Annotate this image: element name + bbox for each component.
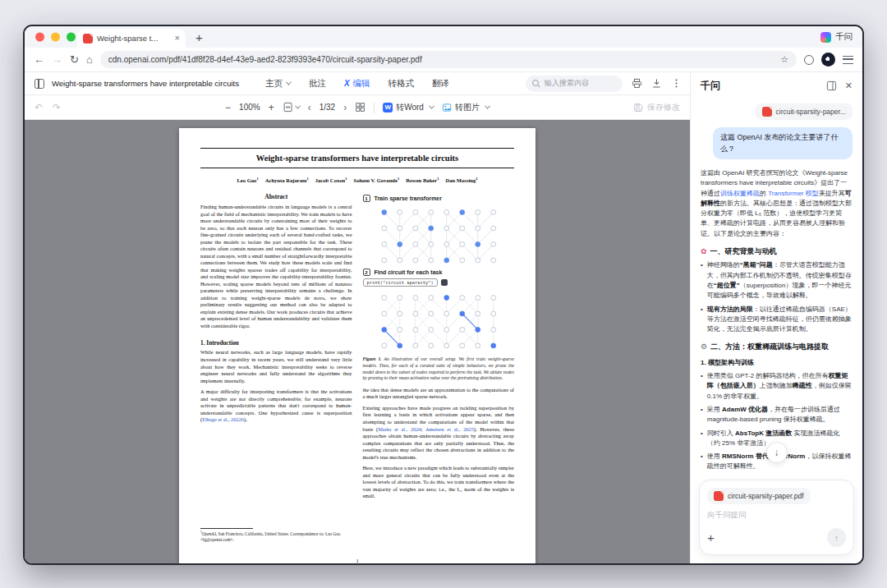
- save-icon: [633, 103, 643, 113]
- send-button[interactable]: ↑: [827, 528, 846, 547]
- word-icon: W: [383, 103, 393, 113]
- viewer-tab-annotate[interactable]: 批注: [309, 78, 326, 90]
- viewer-tools-center: − 100% + ‹ 1/32 ›: [225, 102, 489, 113]
- pdf-page: Weight-sparse transformers have interpre…: [179, 128, 535, 563]
- chevron-down-icon: [295, 103, 301, 109]
- chevron-down-icon: [485, 103, 490, 109]
- chat-input-placeholder[interactable]: 向千问提问: [707, 510, 846, 521]
- author-name: Dan Mossing1: [445, 177, 477, 183]
- download-icon[interactable]: [651, 78, 662, 89]
- introduction-paragraph: A major difficulty for interpreting tran…: [200, 388, 352, 424]
- user-message-bubble: 这篇 OpenAI 发布的论文主要讲了什么？: [713, 127, 853, 159]
- url-text[interactable]: cdn.openai.com/pdf/41df8f28-d4ef-43e9-ae…: [108, 55, 774, 64]
- chat-input-card[interactable]: circuit-sparsity-paper.pdf 向千问提问 + ↑: [699, 480, 854, 555]
- step-2-label: Find circuit for each task: [375, 269, 443, 275]
- quoted-document-chip[interactable]: circuit-sparsity-paper...: [756, 103, 853, 120]
- new-tab-button[interactable]: +: [195, 30, 203, 44]
- redo-icon[interactable]: ↷: [53, 102, 61, 113]
- zoom-out-button[interactable]: −: [225, 102, 231, 113]
- chevron-down-icon: [429, 103, 434, 109]
- assistant-response: 这篇由 OpenAI 研究者撰写的论文《Weight-sparse transf…: [701, 168, 853, 473]
- introduction-paragraph: While neural networks, such as large lan…: [200, 349, 352, 384]
- back-icon[interactable]: ←: [34, 54, 44, 65]
- menu-icon[interactable]: [843, 56, 853, 64]
- browser-tab[interactable]: Weight-sparse t... ×: [77, 29, 186, 48]
- figure-network-diagram-circuit: [363, 290, 515, 352]
- window-close-button[interactable]: [35, 33, 44, 42]
- search-input[interactable]: 输入搜索内容: [526, 76, 623, 92]
- figure-caption: Figure 1. An illustration of our overall…: [363, 356, 515, 382]
- viewer-tab-home[interactable]: 主页: [265, 78, 291, 90]
- convert-to-word-button[interactable]: W 转Word: [383, 102, 434, 113]
- fit-page-icon: [283, 102, 293, 113]
- more-icon[interactable]: [671, 78, 682, 89]
- divider: [374, 102, 375, 113]
- open-sidebar-icon[interactable]: [826, 80, 837, 91]
- convert-to-image-button[interactable]: 转图片: [442, 102, 489, 113]
- search-icon: [532, 80, 540, 88]
- assistant-panel: 千问 ✕ circuit-sparsity-paper... 这篇: [690, 72, 862, 563]
- viewer-tab-edit-label: 编辑: [353, 78, 370, 90]
- extensions-icon[interactable]: [804, 55, 814, 65]
- previous-page-button[interactable]: ‹: [308, 102, 311, 113]
- browser-brand[interactable]: 千问: [820, 31, 853, 43]
- figure-prompt-chip: print("circuit sparsity"): [363, 278, 438, 287]
- paper-footnote: 1OpenAI, San Francisco, California, Unit…: [200, 528, 352, 546]
- abstract-text: Finding human-understandable circuits in…: [200, 204, 352, 329]
- step-1-label: Train sparse transformer: [375, 195, 442, 201]
- thumbnail-grid-icon[interactable]: [355, 102, 365, 113]
- add-attachment-button[interactable]: +: [707, 531, 715, 544]
- assistant-header: 千问 ✕: [691, 72, 862, 99]
- window-zoom-button[interactable]: [67, 33, 76, 42]
- scroll-to-bottom-button[interactable]: ↓: [766, 442, 788, 463]
- viewer-tab-edit[interactable]: X 编辑: [344, 78, 370, 90]
- viewer-tab-convert[interactable]: 转格式: [388, 78, 415, 90]
- arrow-down-icon: ↓: [774, 447, 779, 458]
- undo-icon[interactable]: ↶: [34, 102, 43, 113]
- figure-prompt-row: print("circuit sparsity"): [363, 278, 515, 287]
- bookmark-star-icon[interactable]: ☆: [780, 54, 788, 65]
- window-minimize-button[interactable]: [51, 33, 60, 42]
- pdf-file-icon: [714, 491, 724, 501]
- paper-authors: Leo Gao1Achyuta Rajaram1Jacob Coxon1Soha…: [200, 177, 514, 183]
- close-icon[interactable]: ✕: [845, 81, 853, 90]
- viewer-tab-translate[interactable]: 翻译: [432, 78, 449, 90]
- next-page-button[interactable]: ›: [343, 102, 347, 113]
- zoom-in-button[interactable]: +: [269, 102, 274, 113]
- window-content: Weight-sparse transformers have interpre…: [25, 72, 862, 563]
- arrow-up-icon: ↑: [834, 533, 839, 543]
- page-indicator[interactable]: 1/32: [319, 103, 335, 112]
- pdf-canvas[interactable]: Weight-sparse transformers have interpre…: [25, 120, 690, 563]
- assistant-bullet: •采用 AdamW 优化器，并在每一步训练后通过 magnitude-based…: [701, 405, 853, 425]
- print-icon[interactable]: [632, 78, 642, 89]
- author-name: Bowen Baker1: [406, 177, 439, 183]
- save-changes-button[interactable]: 保存修改: [633, 102, 680, 113]
- title-rule-bottom: [200, 168, 514, 168]
- ai-edit-icon: X: [344, 79, 350, 88]
- fit-page-button[interactable]: [283, 102, 300, 113]
- assistant-paragraph: 这篇由 OpenAI 研究者撰写的论文《Weight-sparse transf…: [701, 168, 853, 239]
- viewer-tab-home-label: 主页: [265, 78, 283, 90]
- qianwen-logo-icon: [820, 32, 831, 43]
- window-controls: [35, 33, 76, 42]
- chevron-down-icon: [286, 80, 292, 85]
- introduction-heading: 1. Introduction: [200, 339, 352, 347]
- title-rule-top: [200, 148, 514, 149]
- zoom-level[interactable]: 100%: [239, 103, 260, 112]
- tab-title: Weight-sparse t...: [97, 34, 171, 43]
- desktop-background: Weight-sparse t... × + 千问 ← → ↻ ⌂ cdn.op…: [0, 0, 887, 588]
- tab-close-icon[interactable]: ×: [175, 34, 180, 43]
- reload-icon[interactable]: ↻: [70, 54, 79, 65]
- profile-avatar[interactable]: [821, 53, 835, 67]
- page-number: 1: [179, 558, 535, 563]
- chat-area[interactable]: circuit-sparsity-paper... 这篇 OpenAI 发布的论…: [691, 99, 862, 473]
- home-icon[interactable]: ⌂: [86, 54, 93, 65]
- sidebar-toggle-button[interactable]: [34, 79, 44, 89]
- attachment-chip[interactable]: circuit-sparsity-paper.pdf: [707, 488, 811, 504]
- author-name: Leo Gao1: [237, 177, 258, 183]
- flower-icon: ✿: [701, 246, 707, 256]
- save-changes-label: 保存修改: [647, 102, 680, 113]
- address-bar[interactable]: cdn.openai.com/pdf/41df8f28-d4ef-43e9-ae…: [100, 51, 797, 68]
- forward-icon[interactable]: →: [52, 54, 62, 65]
- assistant-bullet: •神经网络的“黑箱”问题：尽管大语言模型能力强大，但其内部工作机制仍不透明。传统…: [701, 260, 853, 301]
